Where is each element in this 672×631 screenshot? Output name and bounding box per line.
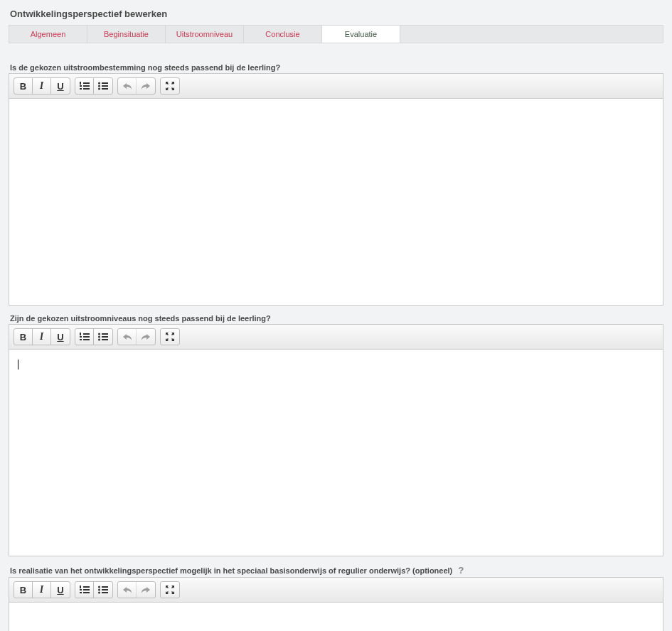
svg-rect-4 xyxy=(80,85,82,87)
section-q2: Zijn de gekozen uitstroomniveaus nog ste… xyxy=(9,314,663,556)
svg-rect-28 xyxy=(80,589,82,590)
italic-icon: I xyxy=(40,331,43,343)
svg-point-31 xyxy=(98,589,100,591)
bold-icon: B xyxy=(20,332,26,343)
fullscreen-button[interactable] xyxy=(161,78,179,94)
page-title: Ontwikkelingsperspectief bewerken xyxy=(9,6,663,25)
underline-icon: U xyxy=(57,81,63,92)
svg-rect-10 xyxy=(102,85,108,87)
italic-button[interactable]: I xyxy=(33,329,51,345)
editor-q2: B I U xyxy=(9,324,663,556)
unordered-list-button[interactable] xyxy=(94,582,112,598)
svg-rect-22 xyxy=(102,336,108,338)
svg-rect-25 xyxy=(83,589,90,590)
bold-icon: B xyxy=(20,81,26,92)
italic-button[interactable]: I xyxy=(33,78,51,94)
svg-rect-33 xyxy=(102,586,108,588)
svg-rect-26 xyxy=(83,592,90,593)
redo-button[interactable] xyxy=(137,582,155,598)
unordered-list-icon xyxy=(98,333,108,341)
undo-icon xyxy=(122,586,132,594)
redo-icon xyxy=(141,586,151,594)
fullscreen-icon xyxy=(166,333,174,341)
fullscreen-button[interactable] xyxy=(161,329,179,345)
tab-uitstroomniveau[interactable]: Uitstroomniveau xyxy=(166,26,244,43)
list-group xyxy=(75,581,113,598)
ordered-list-button[interactable] xyxy=(75,329,94,345)
svg-rect-2 xyxy=(83,88,90,90)
tab-beginsituatie[interactable]: Beginsituatie xyxy=(87,26,166,43)
fullscreen-icon xyxy=(166,82,174,90)
underline-button[interactable]: U xyxy=(51,329,70,345)
ordered-list-icon xyxy=(80,586,90,594)
editor-q1-body[interactable] xyxy=(9,99,663,305)
history-group xyxy=(117,77,156,95)
undo-button[interactable] xyxy=(118,78,137,94)
svg-rect-1 xyxy=(83,85,90,87)
svg-rect-11 xyxy=(102,88,108,90)
history-group xyxy=(117,581,156,598)
undo-icon xyxy=(122,333,132,341)
section-q3: Is realisatie van het ontwikkelingspersp… xyxy=(9,565,663,631)
svg-point-32 xyxy=(98,592,100,594)
history-group xyxy=(117,328,156,345)
tab-label: Evaluatie xyxy=(345,30,377,38)
section-q2-label: Zijn de gekozen uitstroomniveaus nog ste… xyxy=(9,314,663,324)
tab-conclusie[interactable]: Conclusie xyxy=(244,26,322,43)
editor-q3: B I U xyxy=(9,577,663,631)
underline-icon: U xyxy=(57,332,63,343)
tab-algemeen[interactable]: Algemeen xyxy=(9,26,87,43)
bold-button[interactable]: B xyxy=(14,329,33,345)
svg-rect-5 xyxy=(80,88,82,90)
editor-q1: B I U xyxy=(9,73,663,306)
svg-point-20 xyxy=(98,339,100,341)
bold-button[interactable]: B xyxy=(14,582,33,598)
tab-label: Uitstroomniveau xyxy=(176,30,233,38)
editor-q3-body[interactable] xyxy=(9,603,663,631)
undo-button[interactable] xyxy=(118,329,137,345)
underline-button[interactable]: U xyxy=(51,582,70,598)
svg-rect-0 xyxy=(83,82,90,84)
underline-button[interactable]: U xyxy=(51,78,70,94)
unordered-list-button[interactable] xyxy=(94,329,112,345)
svg-rect-29 xyxy=(80,592,82,593)
bold-icon: B xyxy=(20,585,26,595)
tab-strip: Algemeen Beginsituatie Uitstroomniveau C… xyxy=(9,25,663,43)
format-group: B I U xyxy=(14,581,70,598)
svg-point-19 xyxy=(98,336,100,338)
help-button[interactable]: ? xyxy=(457,565,465,576)
ordered-list-button[interactable] xyxy=(75,78,94,94)
fullscreen-group xyxy=(160,77,180,95)
unordered-list-icon xyxy=(98,586,108,594)
editor-toolbar: B I U xyxy=(9,578,663,603)
italic-icon: I xyxy=(40,584,43,595)
svg-rect-15 xyxy=(80,333,81,335)
underline-icon: U xyxy=(57,585,63,595)
redo-button[interactable] xyxy=(137,329,155,345)
italic-button[interactable]: I xyxy=(33,582,51,598)
list-group xyxy=(75,328,113,345)
unordered-list-button[interactable] xyxy=(94,78,112,94)
bold-button[interactable]: B xyxy=(14,78,33,94)
redo-icon xyxy=(141,82,151,90)
svg-point-30 xyxy=(98,586,100,588)
svg-rect-17 xyxy=(80,339,82,340)
redo-icon xyxy=(141,333,151,341)
editor-q2-body[interactable] xyxy=(9,350,663,556)
tab-evaluatie[interactable]: Evaluatie xyxy=(322,26,400,43)
svg-point-6 xyxy=(98,82,100,85)
undo-button[interactable] xyxy=(118,582,137,598)
ordered-list-button[interactable] xyxy=(75,582,94,598)
ordered-list-icon xyxy=(80,82,90,90)
tab-content: Is de gekozen uitstroombestemming nog st… xyxy=(9,43,663,631)
tab-label: Beginsituatie xyxy=(104,30,149,38)
svg-rect-14 xyxy=(83,339,90,340)
tab-label: Conclusie xyxy=(265,30,299,38)
svg-rect-24 xyxy=(83,586,90,588)
unordered-list-icon xyxy=(98,82,108,90)
section-q3-label-text: Is realisatie van het ontwikkelingspersp… xyxy=(10,566,452,575)
redo-button[interactable] xyxy=(137,78,155,94)
fullscreen-button[interactable] xyxy=(161,582,179,598)
ordered-list-icon xyxy=(80,333,90,341)
svg-point-18 xyxy=(98,333,100,335)
